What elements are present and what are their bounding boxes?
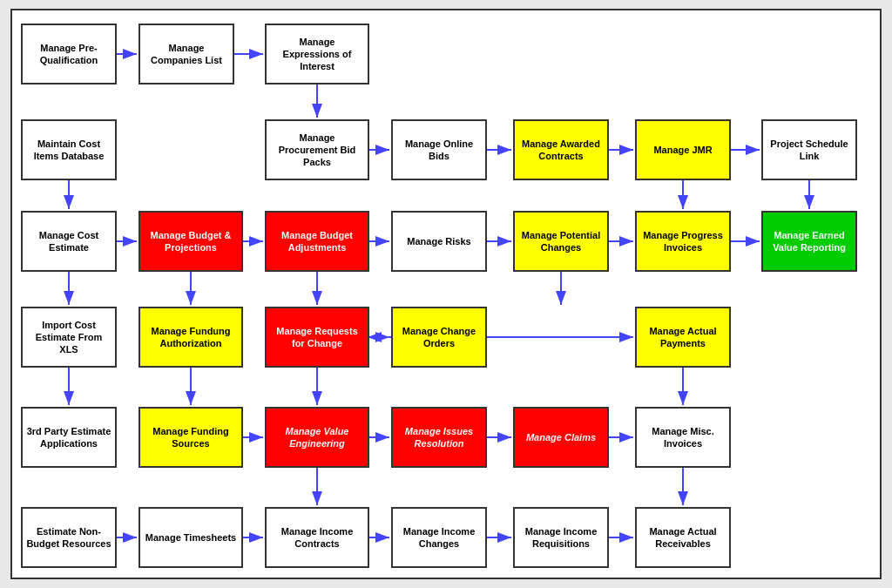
- manage-risks-node[interactable]: Manage Risks: [391, 211, 487, 272]
- manage-progress-inv-node[interactable]: Manage Progress Invoices: [635, 211, 731, 272]
- manage-jmr-node[interactable]: Manage JMR: [635, 119, 731, 180]
- manage-income-changes-node[interactable]: Manage Income Changes: [391, 507, 487, 568]
- manage-claims-node[interactable]: Manage Claims: [513, 407, 609, 468]
- estimate-non-budget-node[interactable]: Estimate Non-Budget Resources: [21, 507, 117, 568]
- manage-potential-changes-node[interactable]: Manage Potential Changes: [513, 211, 609, 272]
- manage-requests-change-node[interactable]: Manage Requests for Change: [265, 307, 369, 368]
- manage-timesheets-node[interactable]: Manage Timesheets: [139, 507, 243, 568]
- manage-pre-qual-node[interactable]: Manage Pre-Qualification: [21, 24, 117, 84]
- manage-income-req-node[interactable]: Manage Income Requisitions: [513, 507, 609, 568]
- manage-misc-inv-node[interactable]: Manage Misc. Invoices: [635, 407, 731, 468]
- import-cost-est-node[interactable]: Import Cost Estimate From XLS: [21, 307, 117, 368]
- manage-awarded-node[interactable]: Manage Awarded Contracts: [513, 119, 609, 180]
- manage-earned-value-node[interactable]: Manage Earned Value Reporting: [761, 211, 857, 272]
- manage-actual-payments-node[interactable]: Manage Actual Payments: [635, 307, 731, 368]
- manage-companies-node[interactable]: Manage Companies List: [139, 24, 234, 84]
- manage-change-orders-node[interactable]: Manage Change Orders: [391, 307, 487, 368]
- manage-funding-sources-node[interactable]: Manage Funding Sources: [139, 407, 243, 468]
- arrows-overlay: [12, 10, 880, 578]
- third-party-est-node[interactable]: 3rd Party Estimate Applications: [21, 407, 117, 468]
- manage-bid-packs-node[interactable]: Manage Procurement Bid Packs: [265, 119, 369, 180]
- manage-funding-auth-node[interactable]: Manage Fundung Authorization: [139, 307, 243, 368]
- project-schedule-node[interactable]: Project Schedule Link: [761, 119, 857, 180]
- manage-budget-proj-node[interactable]: Manage Budget & Projections: [139, 211, 243, 272]
- manage-budget-adj-node[interactable]: Manage Budget Adjustments: [265, 211, 369, 272]
- manage-issues-res-node[interactable]: Manage Issues Resolution: [391, 407, 487, 468]
- manage-value-eng-node[interactable]: Manage Value Engineering: [265, 407, 369, 468]
- workflow-diagram: Manage Pre-Qualification Manage Companie…: [10, 9, 882, 579]
- manage-eoi-node[interactable]: Manage Expressions of Interest: [265, 24, 369, 84]
- maintain-cost-node[interactable]: Maintain Cost Items Database: [21, 119, 117, 180]
- manage-online-bids-node[interactable]: Manage Online Bids: [391, 119, 487, 180]
- manage-income-contracts-node[interactable]: Manage Income Contracts: [265, 507, 369, 568]
- manage-actual-rec-node[interactable]: Manage Actual Receivables: [635, 507, 731, 568]
- manage-cost-estimate-node[interactable]: Manage Cost Estimate: [21, 211, 117, 272]
